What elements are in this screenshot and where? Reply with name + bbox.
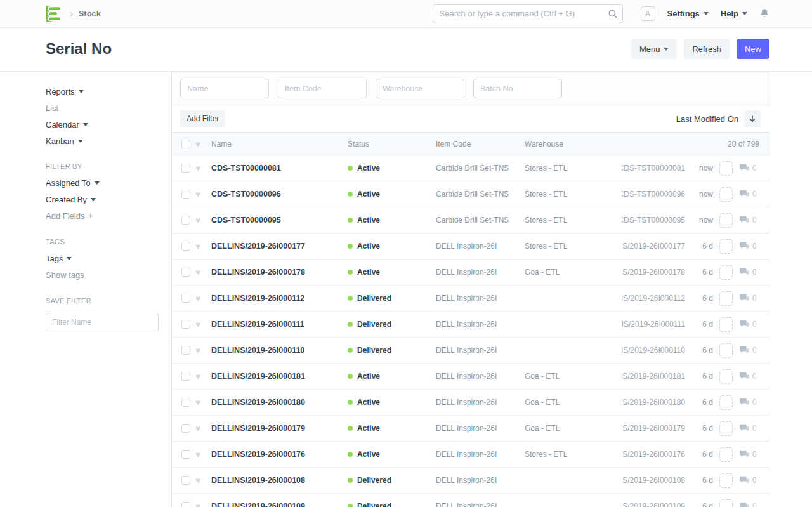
- tags-filter[interactable]: Tags: [46, 254, 159, 263]
- assign-avatar-placeholder[interactable]: [719, 369, 733, 384]
- assign-avatar-placeholder[interactable]: [719, 265, 733, 280]
- table-row[interactable]: ♥ DELLINS/2019-26I000179 Active DELL Ins…: [172, 416, 769, 442]
- select-all-checkbox[interactable]: [181, 140, 190, 148]
- row-checkbox[interactable]: [181, 450, 190, 459]
- assign-avatar-placeholder[interactable]: [719, 187, 733, 202]
- table-row[interactable]: ♥ DELLINS/2019-26I000112 Delivered DELL …: [172, 286, 769, 312]
- assign-avatar-placeholder[interactable]: [719, 317, 733, 332]
- row-name[interactable]: DELLINS/2019-26I000178: [211, 268, 348, 277]
- assign-avatar-placeholder[interactable]: [719, 213, 733, 228]
- row-name[interactable]: DELLINS/2019-26I000179: [211, 424, 348, 433]
- row-name[interactable]: DELLINS/2019-26I000181: [211, 372, 348, 381]
- assign-avatar-placeholder[interactable]: [719, 291, 733, 306]
- like-heart-icon[interactable]: ♥: [195, 216, 205, 225]
- name-filter-input[interactable]: [180, 79, 269, 98]
- search-input[interactable]: [433, 4, 623, 23]
- row-checkbox[interactable]: [181, 294, 190, 303]
- row-name[interactable]: DELLINS/2019-26I000108: [211, 476, 348, 485]
- like-heart-icon[interactable]: ♥: [195, 372, 205, 381]
- app-logo-icon[interactable]: [46, 5, 63, 23]
- warehouse-filter-input[interactable]: [376, 79, 464, 98]
- table-row[interactable]: ♥ DELLINS/2019-26I000110 Delivered DELL …: [172, 338, 769, 364]
- table-row[interactable]: ♥ DELLINS/2019-26I000181 Active DELL Ins…: [172, 364, 769, 390]
- row-checkbox[interactable]: [181, 424, 190, 433]
- row-checkbox[interactable]: [181, 372, 190, 381]
- row-name[interactable]: DELLINS/2019-26I000109: [211, 502, 348, 507]
- row-name[interactable]: DELLINS/2019-26I000110: [211, 346, 348, 355]
- like-heart-icon[interactable]: ♥: [195, 268, 205, 277]
- like-heart-icon[interactable]: ♥: [195, 450, 205, 459]
- filter-name-input[interactable]: [46, 313, 159, 331]
- row-checkbox[interactable]: [181, 398, 190, 407]
- assign-avatar-placeholder[interactable]: [719, 473, 733, 488]
- assign-avatar-placeholder[interactable]: [719, 421, 733, 436]
- sidebar-item-kanban[interactable]: Kanban: [46, 136, 159, 146]
- batch-no-filter-input[interactable]: [473, 79, 562, 98]
- assign-avatar-placeholder[interactable]: [719, 343, 733, 358]
- row-name[interactable]: DELLINS/2019-26I000180: [211, 398, 348, 407]
- avatar[interactable]: A: [641, 6, 655, 21]
- table-row[interactable]: ♥ DELLINS/2019-26I000177 Active DELL Ins…: [172, 234, 769, 260]
- assign-avatar-placeholder[interactable]: [719, 161, 733, 176]
- assign-avatar-placeholder[interactable]: [719, 447, 733, 462]
- row-checkbox[interactable]: [181, 164, 190, 173]
- row-checkbox[interactable]: [181, 476, 190, 485]
- assign-avatar-placeholder[interactable]: [719, 499, 733, 507]
- table-row[interactable]: ♥ DELLINS/2019-26I000178 Active DELL Ins…: [172, 260, 769, 286]
- like-heart-icon[interactable]: ♥: [195, 398, 205, 407]
- row-name[interactable]: CDS-TST00000096: [211, 190, 348, 199]
- like-heart-icon[interactable]: ♥: [195, 294, 205, 303]
- table-row[interactable]: ♥ DELLINS/2019-26I000180 Active DELL Ins…: [172, 390, 769, 416]
- row-name[interactable]: CDS-TST00000095: [211, 216, 348, 225]
- add-filter-button[interactable]: Add Filter: [180, 110, 225, 127]
- assign-avatar-placeholder[interactable]: [719, 239, 733, 254]
- created-by-filter[interactable]: Created By: [46, 195, 159, 204]
- row-name[interactable]: DELLINS/2019-26I000111: [211, 320, 348, 329]
- row-checkbox[interactable]: [181, 242, 190, 251]
- record-count[interactable]: 20 of 799: [728, 140, 759, 148]
- like-heart-icon[interactable]: ♥: [195, 190, 205, 199]
- table-row[interactable]: ♥ CDS-TST00000081 Active Carbide Drill S…: [172, 155, 769, 181]
- row-checkbox[interactable]: [181, 346, 190, 355]
- row-checkbox[interactable]: [181, 320, 190, 329]
- add-fields-button[interactable]: Add Fields +: [46, 211, 159, 221]
- assigned-to-filter[interactable]: Assigned To: [46, 178, 159, 188]
- item-code-filter-input[interactable]: [278, 79, 367, 98]
- sort-direction-button[interactable]: [744, 110, 761, 127]
- refresh-button[interactable]: Refresh: [684, 39, 730, 59]
- table-row[interactable]: ♥ CDS-TST00000095 Active Carbide Drill S…: [172, 207, 769, 234]
- assign-avatar-placeholder[interactable]: [719, 395, 733, 410]
- like-heart-icon[interactable]: ♥: [195, 424, 205, 433]
- sidebar-item-list[interactable]: List: [46, 103, 159, 113]
- row-name[interactable]: DELLINS/2019-26I000176: [211, 450, 348, 459]
- table-row[interactable]: ♥ CDS-TST00000096 Active Carbide Drill S…: [172, 181, 769, 207]
- row-name[interactable]: DELLINS/2019-26I000177: [211, 242, 348, 251]
- sidebar-item-reports[interactable]: Reports: [46, 87, 159, 96]
- notifications-bell-icon[interactable]: [759, 8, 769, 19]
- row-checkbox[interactable]: [181, 216, 190, 225]
- row-name[interactable]: DELLINS/2019-26I000112: [211, 294, 348, 303]
- like-heart-icon[interactable]: ♥: [195, 320, 205, 329]
- row-checkbox[interactable]: [181, 268, 190, 277]
- table-row[interactable]: ♥ DELLINS/2019-26I000109 Delivered DELL …: [172, 494, 769, 507]
- like-heart-icon[interactable]: ♥: [195, 164, 205, 173]
- new-button[interactable]: New: [737, 39, 769, 59]
- help-menu[interactable]: Help: [721, 9, 747, 18]
- like-heart-icon[interactable]: ♥: [195, 502, 205, 507]
- liked-filter-heart-icon[interactable]: ♥: [195, 140, 205, 148]
- row-name[interactable]: CDS-TST00000081: [211, 164, 348, 173]
- like-heart-icon[interactable]: ♥: [195, 476, 205, 485]
- table-row[interactable]: ♥ DELLINS/2019-26I000176 Active DELL Ins…: [172, 442, 769, 468]
- row-checkbox[interactable]: [181, 190, 190, 199]
- table-row[interactable]: ♥ DELLINS/2019-26I000111 Delivered DELL …: [172, 312, 769, 338]
- settings-menu[interactable]: Settings: [667, 9, 709, 18]
- like-heart-icon[interactable]: ♥: [195, 346, 205, 355]
- breadcrumb[interactable]: Stock: [79, 9, 101, 18]
- row-checkbox[interactable]: [181, 502, 190, 507]
- sidebar-item-calendar[interactable]: Calendar: [46, 120, 159, 129]
- show-tags-toggle[interactable]: Show tags: [46, 270, 159, 280]
- table-row[interactable]: ♥ DELLINS/2019-26I000108 Delivered DELL …: [172, 468, 769, 494]
- menu-button[interactable]: Menu: [631, 39, 678, 59]
- sort-by-label[interactable]: Last Modified On: [676, 114, 738, 124]
- like-heart-icon[interactable]: ♥: [195, 242, 205, 251]
